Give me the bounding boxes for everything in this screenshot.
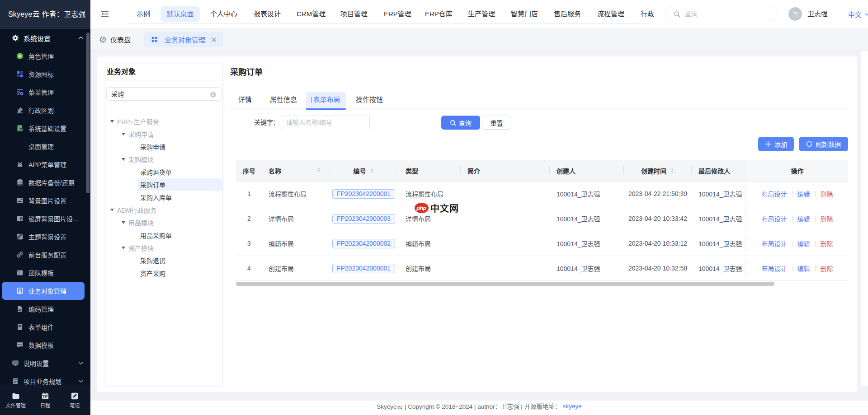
sidebar-item-db-backup[interactable]: 数据库备份/还原 xyxy=(0,173,90,191)
menu-fold-icon[interactable] xyxy=(100,9,109,20)
sidebar-group-project-plan[interactable]: 项目业务规划 xyxy=(0,372,90,385)
edit-link[interactable]: 编辑 xyxy=(797,264,810,273)
language-switcher[interactable]: 中文 xyxy=(848,0,868,28)
keyword-input[interactable] xyxy=(286,117,368,128)
sidebar-item-code-manage[interactable]: W 编码管理 xyxy=(0,300,90,318)
tree-node[interactable]: 资产采购 xyxy=(106,267,222,280)
column-header[interactable]: 创建人 xyxy=(550,160,624,182)
sidebar-tool-schedule[interactable]: 日程 xyxy=(31,392,59,409)
edit-link[interactable]: 编辑 xyxy=(797,189,810,198)
query-button[interactable]: 查询 xyxy=(441,116,480,130)
nav-item-erp-warehouse[interactable]: ERP仓库 xyxy=(425,0,453,28)
tree-node[interactable]: ADM行政服务 xyxy=(106,204,222,216)
code-badge[interactable]: FP2023042000003 xyxy=(332,214,395,224)
global-search-input[interactable] xyxy=(685,10,762,18)
user-name[interactable]: 卫志强 xyxy=(807,0,828,28)
tree-node[interactable]: 用品模块 xyxy=(106,216,222,229)
nav-item-workflow[interactable]: 流程管理 xyxy=(597,0,624,28)
code-badge[interactable]: FP2023042000001 xyxy=(332,264,395,273)
code-badge[interactable]: FP2023042200001 xyxy=(332,189,395,199)
code-badge[interactable]: FP2023042000002 xyxy=(332,239,395,248)
nav-item-project-manage[interactable]: 项目管理 xyxy=(340,0,368,28)
tree-node[interactable]: 采购订单 xyxy=(137,178,222,191)
sidebar-group-system-settings[interactable]: 系统设置 xyxy=(0,29,90,47)
delete-link[interactable]: 删除 xyxy=(821,264,833,273)
nav-item-administration[interactable]: 行政 xyxy=(641,0,654,28)
add-button[interactable]: 添加 xyxy=(758,137,794,151)
content-scrollbar-track[interactable] xyxy=(861,51,868,386)
nav-item-erp[interactable]: ERP管理 xyxy=(384,0,411,28)
nav-item-crm[interactable]: CRM管理 xyxy=(297,0,326,28)
user-avatar[interactable]: 卫 xyxy=(788,7,802,21)
tree-node[interactable]: 采购退货单 xyxy=(106,166,222,178)
column-header[interactable]: 类型 xyxy=(397,160,461,182)
edit-link[interactable]: 编辑 xyxy=(797,214,810,223)
refresh-button[interactable]: 刷新数据 xyxy=(799,137,848,151)
column-header[interactable]: 操作 xyxy=(746,160,848,182)
column-header[interactable]: 最后修改人 xyxy=(692,160,746,182)
delete-link[interactable]: 删除 xyxy=(821,189,833,198)
sidebar-group-instructions[interactable]: 说明设置 xyxy=(0,354,90,372)
tree-node[interactable]: 资产模块 xyxy=(106,242,222,254)
tab-detail[interactable]: 详情 xyxy=(238,92,252,108)
column-header[interactable]: 序号 xyxy=(236,160,262,182)
tree-node[interactable]: 采购模块 xyxy=(106,153,222,166)
close-icon[interactable] xyxy=(211,37,217,43)
tree-node[interactable]: ERP+生产服务 xyxy=(106,115,222,128)
sidebar-item-app-menu[interactable]: APP菜单管理 xyxy=(0,155,90,173)
edit-link[interactable]: 编辑 xyxy=(797,239,810,248)
delete-link[interactable]: 删除 xyxy=(821,239,833,248)
sidebar-item-theme-bg[interactable]: 主题背景设置 xyxy=(0,228,90,246)
sidebar-scrollbar[interactable] xyxy=(86,33,90,193)
global-search[interactable] xyxy=(665,7,778,21)
tab-business-object-manage[interactable]: 业务对象管理 xyxy=(144,32,223,47)
tree-search-input[interactable] xyxy=(111,88,202,100)
sort-icon[interactable] xyxy=(316,168,321,172)
sidebar-item-system-base[interactable]: 系统基础设置 xyxy=(0,119,90,137)
column-header[interactable]: 创建时间 xyxy=(624,160,692,182)
sidebar-item-form-component[interactable]: 表单组件 xyxy=(0,318,90,336)
tree-node[interactable]: 采购申请 xyxy=(106,140,222,153)
sidebar-item-bg-image[interactable]: 背景图片设置 xyxy=(0,191,90,210)
sort-icon[interactable] xyxy=(670,168,675,173)
sidebar-item-menu-manage[interactable]: 菜单管理 xyxy=(0,83,90,101)
sidebar-item-roles[interactable]: A 角色管理 xyxy=(0,47,90,65)
layout-design-link[interactable]: 布局设计 xyxy=(762,264,787,273)
table-horizontal-scrollbar[interactable] xyxy=(236,282,774,286)
column-header[interactable]: 编号 xyxy=(330,160,397,182)
skyeye-link[interactable]: skyeye xyxy=(563,403,582,410)
tab-form-layout[interactable]: 表单布局 xyxy=(306,92,346,108)
nav-item-report-design[interactable]: 报表设计 xyxy=(254,0,281,28)
tree-node[interactable]: 采购入库单 xyxy=(106,191,222,204)
sidebar-item-admin-region[interactable]: 行政区划 xyxy=(0,101,90,119)
keyword-field[interactable] xyxy=(281,116,370,129)
nav-item-smart-store[interactable]: 智慧门店 xyxy=(511,0,538,28)
nav-item-examples[interactable]: 示例 xyxy=(137,0,150,28)
tab-attributes[interactable]: 属性信息 xyxy=(270,92,297,108)
tree-search[interactable] xyxy=(106,87,222,101)
sidebar-item-front-service[interactable]: 前台服务配置 xyxy=(0,246,90,264)
tab-action-buttons[interactable]: 操作按钮 xyxy=(356,92,383,108)
tree-node[interactable]: 采购申请 xyxy=(106,128,222,140)
tree-node[interactable]: 用品采购单 xyxy=(106,229,222,242)
tab-dashboard[interactable]: 仪表盘 xyxy=(99,28,131,51)
column-header[interactable]: 名称 xyxy=(262,160,330,182)
sidebar-tool-notes[interactable]: 笔记 xyxy=(61,392,89,409)
layout-design-link[interactable]: 布局设计 xyxy=(762,239,787,248)
sidebar-item-lockscreen-bg[interactable]: 锁屏背景图片设... xyxy=(0,210,90,228)
nav-item-default-desktop[interactable]: 默认桌面 xyxy=(160,6,200,22)
delete-link[interactable]: 删除 xyxy=(821,214,833,223)
layout-design-link[interactable]: 布局设计 xyxy=(762,189,787,198)
sidebar-item-team-template[interactable]: 团队模板 xyxy=(0,264,90,282)
reset-button[interactable]: 重置 xyxy=(482,116,511,130)
tree-node[interactable]: 采购退货 xyxy=(106,254,222,267)
nav-item-personal-center[interactable]: 个人中心 xyxy=(210,0,237,28)
sort-icon[interactable] xyxy=(370,168,374,173)
sidebar-item-resource-icons[interactable]: 资源图标 xyxy=(0,65,90,83)
nav-item-production[interactable]: 生产管理 xyxy=(468,0,495,28)
column-header[interactable]: 简介 xyxy=(461,160,550,182)
layout-design-link[interactable]: 布局设计 xyxy=(762,214,787,223)
sidebar-item-business-object[interactable]: 业务对象管理 xyxy=(2,282,85,300)
clear-icon[interactable] xyxy=(210,91,216,99)
sidebar-item-desktop-manage[interactable]: 桌面管理 xyxy=(0,137,90,155)
